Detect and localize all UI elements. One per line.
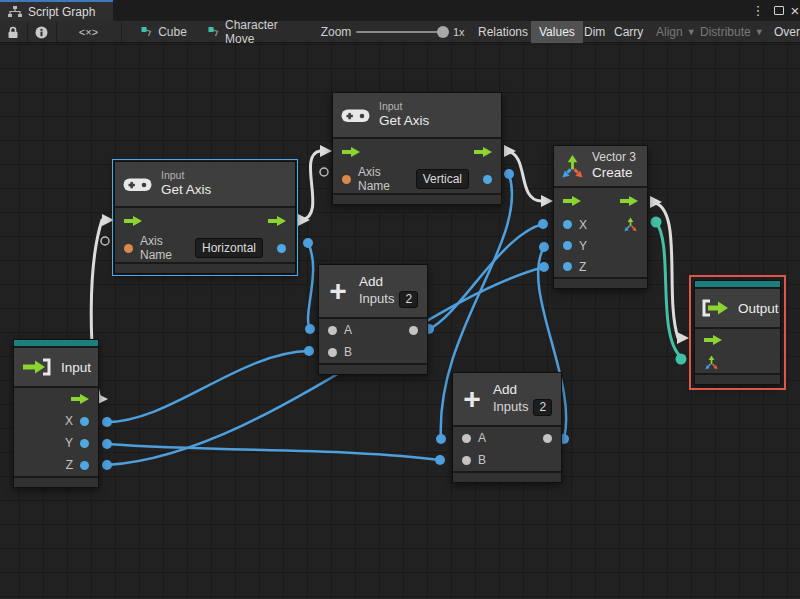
port-label: A xyxy=(344,323,352,337)
flow-in-port[interactable] xyxy=(704,335,722,346)
vector3-output-port[interactable] xyxy=(623,217,638,232)
result-port[interactable] xyxy=(483,175,492,184)
wire-add1-to-create-x[interactable] xyxy=(429,224,543,329)
node-category: Vector 3 xyxy=(592,150,636,165)
relations-toggle[interactable]: Relations xyxy=(470,21,536,43)
port-y-output[interactable] xyxy=(80,439,89,448)
window-close-button[interactable]: × xyxy=(788,0,800,21)
node-footer xyxy=(453,473,561,482)
gamepad-icon xyxy=(341,107,370,124)
maximize-icon xyxy=(774,6,784,15)
node-get-axis-horizontal[interactable]: Input Get Axis Axis Name Horizontal xyxy=(114,161,296,274)
node-output[interactable]: Output xyxy=(694,280,781,385)
flow-out-port[interactable] xyxy=(620,196,638,207)
wire-flow-getaxis-h-to-getaxis-v[interactable] xyxy=(302,151,320,220)
breadcrumb-cube[interactable]: Cube xyxy=(136,21,192,43)
lock-button[interactable] xyxy=(0,21,26,43)
port-b-input[interactable] xyxy=(328,348,337,357)
tab-script-graph[interactable]: Script Graph xyxy=(0,0,113,21)
info-button[interactable] xyxy=(28,21,55,43)
wire-flow-getaxis-v-to-create[interactable] xyxy=(506,151,541,201)
toolbar-separator xyxy=(121,22,122,42)
port-z-output[interactable] xyxy=(80,461,89,470)
port-label: X xyxy=(579,218,587,232)
gamepad-icon xyxy=(123,176,152,193)
node-footer xyxy=(14,478,98,487)
node-title: Get Axis xyxy=(161,182,211,199)
field-label: Axis Name xyxy=(358,165,409,193)
flow-out-port[interactable] xyxy=(268,216,286,227)
port-x-output[interactable] xyxy=(80,417,89,426)
wire-flow-create-to-output[interactable] xyxy=(652,202,678,338)
port-label: Y xyxy=(579,239,587,253)
input-bracket-icon xyxy=(22,358,52,376)
port-a-input[interactable] xyxy=(462,434,471,443)
zoom-slider[interactable] xyxy=(356,31,444,33)
window-maximize-button[interactable] xyxy=(771,0,787,21)
graph-canvas[interactable]: Input X Y Z xyxy=(0,43,800,599)
port-a-input[interactable] xyxy=(328,326,337,335)
chevron-down-icon: ▼ xyxy=(755,27,764,37)
port-x-input[interactable] xyxy=(563,220,572,229)
node-add-1[interactable]: + Add Inputs 2 A B xyxy=(318,264,428,375)
flow-out-port[interactable] xyxy=(71,394,89,405)
port-b-input[interactable] xyxy=(462,456,471,465)
node-footer xyxy=(115,264,295,273)
node-title: Input xyxy=(61,360,91,375)
distribute-dropdown[interactable]: Distribute ▼ xyxy=(692,21,772,43)
window-menu-button[interactable]: ⋮ xyxy=(751,0,765,21)
info-icon xyxy=(35,26,48,39)
code-view-button[interactable]: <×> xyxy=(57,21,120,43)
node-input[interactable]: Input X Y Z xyxy=(13,339,99,488)
wire-input-x-to-add1-b[interactable] xyxy=(107,351,309,422)
flow-in-port[interactable] xyxy=(124,216,142,227)
node-title: Get Axis xyxy=(379,113,429,130)
node-title: Add xyxy=(493,382,552,399)
flow-out-port[interactable] xyxy=(474,147,492,158)
node-get-axis-vertical[interactable]: Input Get Axis Axis Name Vertical xyxy=(332,92,502,205)
node-category: Input xyxy=(379,100,429,113)
port-label: Z xyxy=(66,458,73,472)
sum-output-port[interactable] xyxy=(409,326,418,335)
window-tab-bar: Script Graph ⋮ × xyxy=(0,0,800,21)
node-footer xyxy=(319,365,427,374)
result-port[interactable] xyxy=(277,244,286,253)
wire-input-y-to-add2-b[interactable] xyxy=(107,444,440,460)
zoom-label: Zoom xyxy=(318,21,354,43)
axis-name-field[interactable]: Vertical xyxy=(416,169,469,189)
node-footer xyxy=(695,375,780,384)
flow-in-port[interactable] xyxy=(342,147,360,158)
hierarchy-icon xyxy=(8,6,22,18)
plus-icon: + xyxy=(457,386,487,412)
zoom-slider-handle[interactable] xyxy=(437,26,449,38)
node-footer xyxy=(333,195,501,204)
port-y-input[interactable] xyxy=(563,241,572,250)
node-category: Input xyxy=(161,169,211,182)
axis-name-port[interactable] xyxy=(124,244,133,253)
node-title: Add xyxy=(359,274,418,291)
port-z-input[interactable] xyxy=(563,262,572,271)
breadcrumb-character-move[interactable]: Character Move xyxy=(208,21,308,43)
overview-button[interactable]: Overv xyxy=(766,21,800,43)
breadcrumb-label: Cube xyxy=(158,25,187,39)
node-vector3-create[interactable]: Vector 3 Create X Y xyxy=(553,145,648,289)
field-label: Axis Name xyxy=(140,234,188,262)
vector3-icon xyxy=(560,154,585,179)
vector-wire-dots xyxy=(651,217,687,365)
flow-in-port[interactable] xyxy=(563,196,581,207)
node-add-2[interactable]: + Add Inputs 2 A B xyxy=(452,372,562,483)
wire-getaxis-h-to-add1-a[interactable] xyxy=(308,243,313,329)
wire-vector-create-to-output[interactable] xyxy=(656,222,681,357)
lock-icon xyxy=(7,26,19,39)
port-label: Z xyxy=(579,260,586,274)
output-bracket-icon xyxy=(701,299,731,317)
port-label: B xyxy=(344,345,352,359)
vector3-input-port[interactable] xyxy=(704,355,719,370)
io-node-strip xyxy=(695,281,780,287)
sum-output-port[interactable] xyxy=(543,434,552,443)
axis-name-port[interactable] xyxy=(342,175,351,184)
inputs-count-field[interactable]: 2 xyxy=(399,291,418,308)
axis-name-field[interactable]: Horizontal xyxy=(195,238,263,258)
inputs-count-field[interactable]: 2 xyxy=(533,399,552,416)
carry-toggle[interactable]: Carry xyxy=(606,21,651,43)
